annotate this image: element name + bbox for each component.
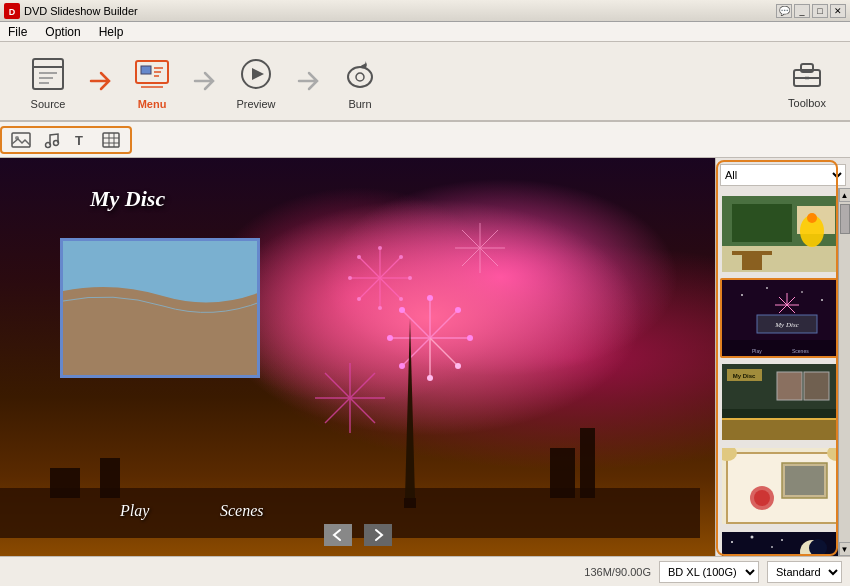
svg-text:Play: Play bbox=[752, 348, 762, 354]
preview-canvas[interactable]: My Disc Play Scenes bbox=[0, 158, 715, 556]
close-btn[interactable]: ✕ bbox=[830, 4, 846, 18]
svg-rect-2 bbox=[33, 59, 63, 89]
source-icon bbox=[26, 52, 70, 96]
svg-rect-90 bbox=[732, 204, 792, 242]
preview-icon bbox=[234, 52, 278, 96]
svg-point-16 bbox=[356, 73, 364, 81]
title-bar-left: D DVD Slideshow Builder bbox=[4, 3, 138, 19]
app-icon: D bbox=[4, 3, 20, 19]
template-1[interactable] bbox=[720, 194, 840, 274]
svg-point-137 bbox=[781, 539, 783, 541]
svg-rect-129 bbox=[785, 466, 824, 495]
nav-arrows bbox=[324, 524, 392, 546]
burn-icon bbox=[338, 52, 382, 96]
svg-rect-95 bbox=[732, 251, 772, 255]
source-label: Source bbox=[31, 98, 66, 110]
add-music-btn[interactable] bbox=[38, 128, 64, 152]
svg-text:D: D bbox=[9, 7, 16, 17]
svg-text:Scenes: Scenes bbox=[792, 348, 809, 354]
disc-title: My Disc bbox=[90, 186, 165, 212]
toolbox-icon bbox=[788, 54, 826, 95]
svg-rect-92 bbox=[722, 246, 840, 274]
svg-text:T: T bbox=[75, 133, 83, 148]
templates-dropdown-wrapper: All Classic Modern Holiday bbox=[720, 162, 846, 188]
menu-file[interactable]: File bbox=[4, 25, 31, 39]
scrollbar-up-btn[interactable]: ▲ bbox=[839, 188, 851, 202]
nav-prev-btn[interactable] bbox=[324, 524, 352, 546]
svg-rect-96 bbox=[742, 255, 762, 270]
svg-rect-8 bbox=[141, 66, 151, 74]
svg-point-135 bbox=[771, 546, 773, 548]
svg-point-23 bbox=[46, 142, 51, 147]
template-5[interactable]: My Video bbox=[720, 530, 840, 556]
toolbar-arrow-1 bbox=[88, 46, 112, 116]
toolbar-preview[interactable]: Preview bbox=[216, 46, 296, 116]
maximize-btn[interactable]: □ bbox=[812, 4, 828, 18]
app-title: DVD Slideshow Builder bbox=[24, 5, 138, 17]
status-bar: 136M/90.00G BD XL (100G) DVD-5 (4.7G) DV… bbox=[0, 556, 850, 586]
svg-point-100 bbox=[801, 291, 803, 293]
title-bar-controls: 💬 _ □ ✕ bbox=[776, 4, 846, 18]
svg-rect-119 bbox=[804, 372, 829, 400]
disk-usage: 136M/90.00G bbox=[334, 566, 652, 578]
play-label[interactable]: Play bbox=[120, 502, 149, 520]
toolbox-btn[interactable]: Toolbox bbox=[772, 46, 842, 116]
menu-bar: File Option Help bbox=[0, 22, 850, 42]
template-2[interactable]: My Disc Play Scenes bbox=[720, 278, 840, 358]
templates-panel: All Classic Modern Holiday bbox=[715, 158, 850, 556]
svg-point-133 bbox=[731, 541, 733, 543]
add-image-btn[interactable] bbox=[8, 128, 34, 152]
title-bar: D DVD Slideshow Builder 💬 _ □ ✕ bbox=[0, 0, 850, 22]
svg-point-134 bbox=[751, 536, 754, 539]
svg-text:My Disc: My Disc bbox=[774, 321, 799, 329]
toolbar-arrow-2 bbox=[192, 46, 216, 116]
main-content: My Disc Play Scenes bbox=[0, 158, 850, 556]
menu-help[interactable]: Help bbox=[95, 25, 128, 39]
scrollbar-thumb[interactable] bbox=[840, 204, 850, 234]
scenes-label[interactable]: Scenes bbox=[220, 502, 264, 520]
preview-label: Preview bbox=[236, 98, 275, 110]
svg-text:My Disc: My Disc bbox=[733, 373, 756, 379]
svg-point-98 bbox=[741, 294, 743, 296]
menu-icon bbox=[130, 52, 174, 96]
svg-point-101 bbox=[821, 299, 823, 301]
nav-next-btn[interactable] bbox=[364, 524, 392, 546]
templates-list: My Disc Play Scenes My Disc bbox=[716, 192, 850, 556]
svg-point-99 bbox=[766, 287, 768, 289]
svg-marker-14 bbox=[252, 68, 264, 80]
scrollbar-down-btn[interactable]: ▼ bbox=[839, 542, 851, 556]
sub-toolbar-wrapper: T bbox=[0, 122, 850, 158]
svg-point-127 bbox=[754, 490, 770, 506]
svg-rect-118 bbox=[777, 372, 802, 400]
disk-type-select[interactable]: BD XL (100G) DVD-5 (4.7G) DVD-9 (8.5G) B… bbox=[659, 561, 759, 583]
svg-rect-26 bbox=[103, 133, 119, 147]
thumbnail-image bbox=[63, 241, 257, 375]
menu-option[interactable]: Option bbox=[41, 25, 84, 39]
add-text-btn[interactable]: T bbox=[68, 128, 94, 152]
minimize-btn[interactable]: _ bbox=[794, 4, 810, 18]
message-btn[interactable]: 💬 bbox=[776, 4, 792, 18]
burn-label: Burn bbox=[348, 98, 371, 110]
svg-rect-120 bbox=[722, 419, 840, 442]
templates-scrollbar[interactable]: ▲ ▼ bbox=[838, 188, 850, 556]
sub-toolbar: T bbox=[0, 126, 132, 154]
video-thumbnail[interactable] bbox=[60, 238, 260, 378]
template-4[interactable] bbox=[720, 446, 840, 526]
template-3[interactable]: My Disc bbox=[720, 362, 840, 442]
svg-rect-21 bbox=[12, 133, 30, 147]
add-table-btn[interactable] bbox=[98, 128, 124, 152]
toolbar-burn[interactable]: Burn bbox=[320, 46, 400, 116]
svg-point-24 bbox=[54, 140, 59, 145]
svg-point-94 bbox=[807, 213, 817, 223]
templates-filter-select[interactable]: All Classic Modern Holiday bbox=[720, 164, 846, 186]
toolbar-source[interactable]: Source bbox=[8, 46, 88, 116]
svg-point-15 bbox=[348, 67, 372, 87]
toolbox-label: Toolbox bbox=[788, 97, 826, 109]
quality-select[interactable]: Standard High Ultra bbox=[767, 561, 842, 583]
svg-rect-111 bbox=[722, 340, 840, 358]
toolbar-menu[interactable]: Menu bbox=[112, 46, 192, 116]
toolbar-arrow-3 bbox=[296, 46, 320, 116]
toolbar: Source Menu Preview bbox=[0, 42, 850, 122]
menu-label: Menu bbox=[138, 98, 167, 110]
